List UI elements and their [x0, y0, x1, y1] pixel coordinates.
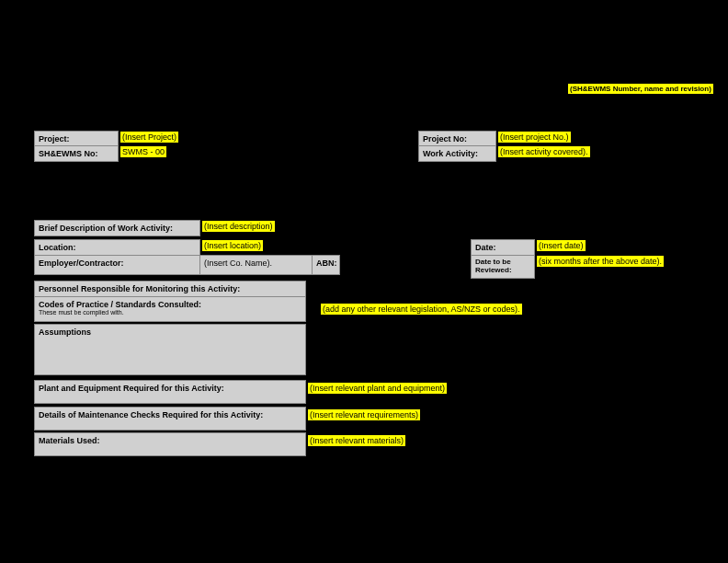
work-activity-row: Work Activity: (Insert activity covered)… — [418, 145, 592, 162]
work-activity-value: (Insert activity covered). — [496, 145, 592, 162]
location-value: (Insert location) — [200, 239, 265, 256]
materials-label: Materials Used: — [34, 432, 306, 456]
shewms-label: SH&EWMS No: — [34, 145, 119, 162]
maintenance-row: Details of Maintenance Checks Required f… — [34, 407, 422, 431]
maintenance-label: Details of Maintenance Checks Required f… — [34, 407, 306, 431]
assumptions-label: Assumptions — [34, 324, 306, 375]
codes-label: Codes of Practice / Standards Consulted:… — [34, 296, 306, 322]
assumptions-row: Assumptions — [34, 324, 306, 375]
work-activity-label: Work Activity: — [418, 145, 496, 162]
codes-sublabel: These must be complied with. — [39, 309, 301, 316]
description-value: (Insert description) — [200, 220, 277, 236]
header-revision-note: (SH&EWMS Number, name and revision) — [568, 84, 713, 94]
location-label: Location: — [34, 239, 200, 256]
personnel-row: Personnel Responsible for Monitoring thi… — [34, 281, 306, 297]
date-value: (Insert date) — [535, 239, 587, 256]
employer-row: Employer/Contractor: (Insert Co. Name). … — [34, 255, 340, 275]
review-label: Date to be Reviewed: — [471, 255, 535, 279]
plant-label: Plant and Equipment Required for this Ac… — [34, 380, 306, 404]
employer-co-name: (Insert Co. Name). — [200, 255, 313, 275]
review-value: (six months after the above date). — [535, 255, 665, 279]
shewms-value: SWMS - 00 — [119, 145, 168, 162]
maintenance-value: (Insert relevant requirements) — [306, 408, 422, 421]
codes-row: Codes of Practice / Standards Consulted:… — [34, 296, 524, 322]
codes-label-main: Codes of Practice / Standards Consulted: — [39, 300, 201, 309]
personnel-label: Personnel Responsible for Monitoring thi… — [34, 281, 306, 297]
employer-label: Employer/Contractor: — [34, 255, 200, 275]
materials-value: (Insert relevant materials) — [306, 434, 407, 447]
materials-row: Materials Used: (Insert relevant materia… — [34, 432, 407, 456]
shewms-row: SH&EWMS No: SWMS - 00 — [34, 145, 168, 162]
location-row: Location: (Insert location) — [34, 239, 265, 256]
description-label: Brief Description of Work Activity: — [34, 220, 200, 236]
codes-value: (add any other relevant legislation, AS/… — [319, 303, 524, 316]
plant-value: (Insert relevant plant and equipment) — [306, 382, 449, 395]
revision-note-text: (SH&EWMS Number, name and revision) — [568, 84, 713, 94]
description-row: Brief Description of Work Activity: (Ins… — [34, 220, 277, 236]
review-row: Date to be Reviewed: (six months after t… — [471, 255, 665, 279]
date-label: Date: — [471, 239, 535, 256]
date-row: Date: (Insert date) — [471, 239, 587, 256]
plant-row: Plant and Equipment Required for this Ac… — [34, 380, 449, 404]
abn-label: ABN: — [313, 255, 340, 275]
